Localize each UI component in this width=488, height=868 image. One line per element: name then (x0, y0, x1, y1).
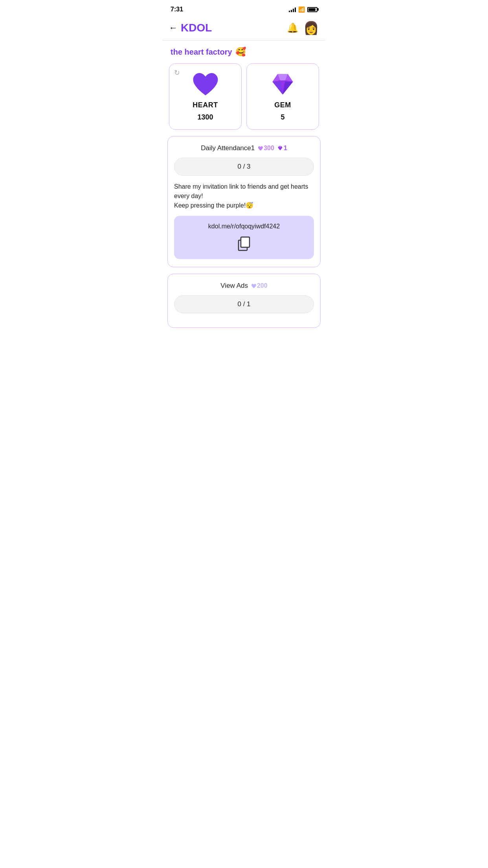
subtitle-emoji: 🥰 (235, 47, 246, 57)
view-ads-progress: 0 / 1 (174, 295, 314, 313)
view-ads-title: View Ads (220, 282, 248, 290)
heart-card: ↻ HEART 1300 (169, 63, 242, 130)
battery-icon (307, 7, 317, 12)
attendance-reward-gem: 1 (277, 145, 287, 152)
view-ads-section: View Ads 200 0 / 1 (167, 274, 321, 328)
page-subtitle: the heart factory 🥰 (163, 40, 325, 60)
copy-icon-wrap (180, 235, 308, 252)
attendance-section: Daily Attendance1 300 1 0 / 3 Share my i… (167, 136, 321, 267)
attendance-reward-heart: 300 (258, 145, 274, 152)
header: ← KDOL 🔔 👩 (163, 17, 325, 40)
status-time: 7:31 (171, 6, 183, 13)
subtitle-text: the heart factory (171, 48, 232, 57)
gem-label: GEM (274, 101, 291, 109)
view-ads-header: View Ads 200 (174, 282, 314, 290)
status-bar: 7:31 📶 (163, 0, 325, 17)
back-button[interactable]: ← (169, 23, 178, 33)
invite-link-box[interactable]: kdol.me/r/ofqoqyiwdf4242 (174, 216, 314, 259)
status-icons: 📶 (289, 6, 317, 13)
currency-row: ↻ HEART 1300 GEM 5 (163, 60, 325, 136)
heart-label: HEART (193, 101, 218, 109)
attendance-header: Daily Attendance1 300 1 (174, 144, 314, 152)
heart-value: 1300 (197, 113, 213, 121)
invite-url: kdol.me/r/ofqoqyiwdf4242 (180, 223, 308, 230)
copy-icon[interactable] (235, 235, 253, 252)
attendance-desc: Share my invitation link to friends and … (174, 182, 314, 210)
signal-icon (289, 7, 296, 12)
gem-card: GEM 5 (246, 63, 319, 130)
heart-icon (192, 72, 219, 97)
app-title: KDOL (181, 22, 287, 34)
svg-rect-10 (241, 237, 250, 247)
notification-icon[interactable]: 🔔 (287, 22, 299, 33)
attendance-title: Daily Attendance1 (201, 144, 255, 152)
gem-value: 5 (281, 113, 284, 121)
avatar-icon[interactable]: 👩 (303, 20, 319, 35)
gem-icon (270, 72, 295, 97)
view-ads-reward: 200 (251, 282, 268, 289)
refresh-icon[interactable]: ↻ (174, 68, 180, 77)
wifi-icon: 📶 (298, 6, 305, 13)
attendance-progress: 0 / 3 (174, 158, 314, 176)
header-icons: 🔔 👩 (287, 20, 319, 35)
